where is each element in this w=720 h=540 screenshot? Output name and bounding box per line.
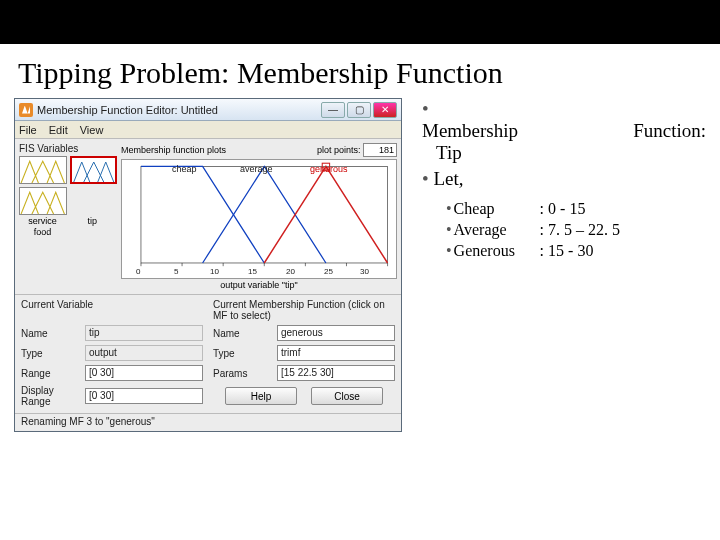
xtick: 30	[360, 267, 369, 276]
note-item-range: : 15 - 30	[540, 242, 594, 260]
mf-label-cheap: cheap	[172, 164, 197, 174]
var-name-value: tip	[85, 325, 203, 341]
plot-points-label: plot points:	[317, 145, 361, 155]
fis-variables-panel: FIS Variables service tip	[19, 143, 117, 290]
window-title: Membership Function Editor: Untitled	[37, 104, 317, 116]
maximize-button[interactable]: ▢	[347, 102, 371, 118]
mf-label-generous: generous	[310, 164, 348, 174]
var-range-input[interactable]: [0 30]	[85, 365, 203, 381]
fis-label-service: service	[19, 216, 66, 226]
var-range-label: Range	[21, 368, 81, 379]
mf-type-select[interactable]: trimf	[277, 345, 395, 361]
close-form-button[interactable]: Close	[311, 387, 383, 405]
mf-params-input[interactable]: [15 22.5 30]	[277, 365, 395, 381]
note-line1-b: Function:	[633, 120, 706, 142]
menu-bar: File Edit View	[15, 121, 401, 139]
fis-label-tip: tip	[69, 216, 116, 226]
plot-panel: Membership function plots plot points:	[121, 143, 397, 290]
note-item-range: : 7. 5 – 22. 5	[540, 221, 620, 239]
fis-var-tip[interactable]	[70, 156, 118, 184]
xtick: 15	[248, 267, 257, 276]
fis-var-service[interactable]	[19, 156, 67, 184]
help-button[interactable]: Help	[225, 387, 297, 405]
slide-notes: Membership Function: Tip Let, Cheap: 0 -…	[404, 98, 706, 432]
fis-var-food[interactable]	[19, 187, 67, 215]
var-name-label: Name	[21, 328, 81, 339]
note-line2: Let,	[422, 168, 706, 190]
plot-points-input[interactable]	[363, 143, 397, 157]
mf-type-label: Type	[213, 348, 273, 359]
xtick: 20	[286, 267, 295, 276]
mf-name-input[interactable]: generous	[277, 325, 395, 341]
mf-label-average: average	[240, 164, 273, 174]
fis-label-food: food	[19, 227, 66, 237]
var-display-range-input[interactable]: [0 30]	[85, 388, 203, 404]
window-titlebar[interactable]: Membership Function Editor: Untitled — ▢…	[15, 99, 401, 121]
svg-rect-0	[141, 166, 388, 263]
menu-file[interactable]: File	[19, 124, 37, 136]
mf-plot[interactable]: cheap average generous 0 5 10 15 20 25 3…	[121, 159, 397, 279]
var-type-label: Type	[21, 348, 81, 359]
current-variable-title: Current Variable	[21, 299, 203, 321]
close-button[interactable]: ✕	[373, 102, 397, 118]
app-icon	[19, 103, 33, 117]
note-item-range: : 0 - 15	[540, 200, 586, 218]
slide-title: Tipping Problem: Membership Function	[0, 44, 720, 98]
note-line1-a: Membership	[422, 120, 518, 142]
minimize-button[interactable]: —	[321, 102, 345, 118]
mf-name-label: Name	[213, 328, 273, 339]
note-item-name: Cheap	[454, 200, 540, 218]
note-line1-c: Tip	[436, 142, 706, 164]
xtick: 25	[324, 267, 333, 276]
note-item-name: Generous	[454, 242, 540, 260]
var-type-value: output	[85, 345, 203, 361]
xtick: 5	[174, 267, 178, 276]
var-display-range-label: Display Range	[21, 385, 81, 407]
xtick: 0	[136, 267, 140, 276]
mf-params-label: Params	[213, 368, 273, 379]
menu-edit[interactable]: Edit	[49, 124, 68, 136]
current-mf-title: Current Membership Function (click on MF…	[213, 299, 395, 321]
mf-editor-window: Membership Function Editor: Untitled — ▢…	[14, 98, 402, 432]
status-bar: Renaming MF 3 to "generous"	[15, 413, 401, 431]
slide-top-bar	[0, 0, 720, 44]
plot-header: Membership function plots	[121, 145, 226, 155]
note-item-name: Average	[454, 221, 540, 239]
plot-xlabel: output variable "tip"	[121, 280, 397, 290]
xtick: 10	[210, 267, 219, 276]
fis-header: FIS Variables	[19, 143, 117, 154]
menu-view[interactable]: View	[80, 124, 104, 136]
